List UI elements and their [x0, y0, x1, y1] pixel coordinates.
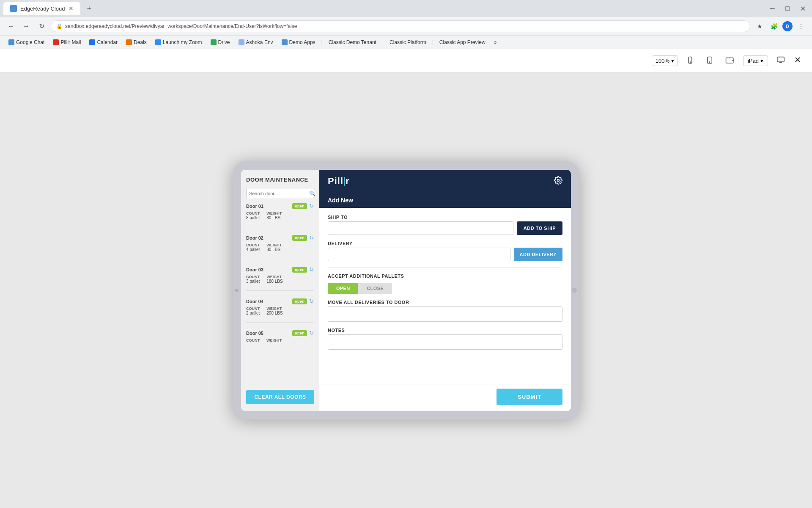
add-to-ship-button[interactable]: ADD TO SHIP — [517, 221, 562, 235]
door-03-controls: open ↻ — [292, 266, 314, 273]
bookmark-ashoka[interactable]: Ashoka Env — [235, 38, 277, 47]
door-05-item[interactable]: Door 05 open ↻ COUNT — [246, 329, 314, 342]
open-toggle-button[interactable]: OPEN — [328, 283, 358, 294]
door-01-count-label: COUNT — [246, 211, 260, 215]
bookmark-deals[interactable]: Deals — [123, 38, 150, 47]
door-03-item[interactable]: Door 03 open ↻ COUNT 3 pallet — [246, 266, 314, 284]
toolbar-actions: ★ 🧩 D ⋮ — [754, 20, 807, 32]
desktop-device-button[interactable] — [773, 54, 788, 68]
door-05-name: Door 05 — [246, 331, 263, 336]
section-divider-1 — [328, 267, 562, 268]
add-new-button[interactable]: Add New — [328, 197, 353, 204]
bookmark-classic-app-preview[interactable]: Classic App Preview — [436, 38, 489, 47]
ipad-screen: DOOR MAINTENANCE 🔍 Door 01 open ↻ — [241, 170, 571, 411]
bookmark-classic-platform[interactable]: Classic Platform — [386, 38, 430, 47]
bookmark-google-chat[interactable]: Google Chat — [5, 38, 48, 47]
logo-r: r — [346, 176, 350, 186]
user-avatar-button[interactable]: D — [782, 21, 793, 31]
bookmark-zoom[interactable]: Launch my Zoom — [152, 38, 206, 47]
door-02-refresh-button[interactable]: ↻ — [309, 234, 314, 241]
browser-titlebar: EdgeReady Cloud ✕ + ─ □ ✕ — [0, 0, 812, 17]
door-01-weight-col: WEIGHT 80 LBS — [266, 211, 282, 220]
door-05-controls: open ↻ — [292, 329, 314, 337]
more-bookmarks[interactable]: » — [491, 38, 500, 47]
clear-all-doors-button[interactable]: CLEAR ALL DOORS — [246, 390, 314, 404]
submit-button[interactable]: SUBMIT — [497, 389, 562, 405]
door-05-weight-label: WEIGHT — [266, 338, 282, 342]
bookmark-drive[interactable]: Drive — [207, 38, 233, 47]
maximize-button[interactable]: □ — [782, 3, 793, 14]
door-02-stats: COUNT 4 pallet WEIGHT 80 LBS — [246, 243, 314, 252]
close-window-button[interactable]: ✕ — [797, 3, 809, 14]
preview-toolbar: 100% ▾ iPad ▾ — [0, 49, 812, 73]
sidebar: DOOR MAINTENANCE 🔍 Door 01 open ↻ — [241, 170, 319, 411]
search-container[interactable]: 🔍 — [246, 189, 314, 198]
bookmark-pillir-mail[interactable]: Pillir Mail — [49, 38, 84, 47]
door-03-status: open — [292, 267, 307, 273]
new-tab-button[interactable]: + — [84, 3, 95, 15]
door-02-item[interactable]: Door 02 open ↻ COUNT 4 pallet — [246, 234, 314, 252]
tablet-landscape-button[interactable] — [722, 54, 738, 68]
menu-button[interactable]: ⋮ — [795, 20, 807, 32]
door-03-refresh-button[interactable]: ↻ — [309, 266, 314, 273]
notes-input[interactable] — [328, 334, 562, 350]
door-03-weight-value: 180 LBS — [266, 279, 283, 284]
address-bar[interactable]: 🔒 sandbox.edgereadycloud.net/Preview/div… — [51, 20, 750, 32]
divider3: | — [432, 39, 433, 45]
ship-to-input[interactable] — [328, 221, 513, 235]
close-toggle-button[interactable]: CLOSE — [358, 283, 392, 294]
door-04-stats: COUNT 2 pallet WEIGHT 200 LBS — [246, 306, 314, 315]
device-selector[interactable]: iPad ▾ — [743, 55, 768, 66]
notes-section: NOTES — [328, 328, 562, 350]
door-04-item[interactable]: Door 04 open ↻ COUNT 2 pallet — [246, 298, 314, 315]
accept-pallets-label: ACCEPT ADDITIONAL PALLETS — [328, 273, 562, 279]
door-04-controls: open ↻ — [292, 298, 314, 305]
google-chat-favicon — [8, 39, 14, 45]
settings-button[interactable] — [554, 176, 562, 187]
door-05-stats: COUNT WEIGHT — [246, 338, 314, 342]
door-01-refresh-button[interactable]: ↻ — [309, 202, 314, 210]
door-01-item[interactable]: Door 01 open ↻ COUNT 8 pallet — [246, 202, 314, 220]
device-dropdown-icon: ▾ — [760, 58, 763, 64]
move-deliveries-label: MOVE ALL DELIVERIES TO DOOR — [328, 300, 562, 305]
door-02-count-label: COUNT — [246, 243, 260, 247]
door-05-weight-col: WEIGHT — [266, 338, 282, 342]
door-05-count-col: COUNT — [246, 338, 260, 342]
tablet-portrait-button[interactable] — [702, 54, 717, 68]
tab-favicon — [10, 5, 17, 12]
demo-apps-favicon — [282, 39, 288, 45]
door-03-weight-col: WEIGHT 180 LBS — [266, 275, 283, 284]
bookmark-icon[interactable]: ★ — [754, 20, 765, 32]
search-input[interactable] — [249, 191, 307, 196]
door-03-divider — [246, 290, 314, 291]
tab-close-icon[interactable]: ✕ — [69, 5, 74, 12]
move-deliveries-input[interactable] — [328, 306, 562, 322]
divider2: | — [382, 39, 384, 45]
door-04-refresh-button[interactable]: ↻ — [309, 298, 314, 305]
move-deliveries-section: MOVE ALL DELIVERIES TO DOOR — [328, 300, 562, 322]
zoom-selector[interactable]: 100% ▾ — [652, 55, 678, 66]
pillir-mail-favicon — [53, 39, 59, 45]
form-content: SHIP TO ADD TO SHIP DELIVERY ADD DE — [319, 208, 571, 384]
bookmark-demo-apps[interactable]: Demo Apps — [278, 38, 319, 47]
mobile-device-button[interactable] — [683, 54, 697, 68]
add-delivery-button[interactable]: ADD DELIVERY — [514, 248, 563, 261]
bookmark-calendar[interactable]: Calendar — [86, 38, 121, 47]
minimize-button[interactable]: ─ — [766, 3, 778, 14]
accept-pallets-section: ACCEPT ADDITIONAL PALLETS OPEN CLOSE — [328, 273, 562, 294]
door-04-header: Door 04 open ↻ — [246, 298, 314, 305]
forward-button[interactable]: → — [20, 20, 32, 32]
close-preview-button[interactable] — [793, 55, 802, 66]
extension-puzzle-icon[interactable]: 🧩 — [768, 20, 780, 32]
svg-point-11 — [557, 179, 560, 181]
delivery-label: DELIVERY — [328, 241, 562, 246]
door-04-weight-value: 200 LBS — [266, 311, 283, 315]
refresh-button[interactable]: ↻ — [36, 20, 47, 32]
bookmark-classic-demo[interactable]: Classic Demo Tenant — [325, 38, 380, 47]
browser-tab[interactable]: EdgeReady Cloud ✕ — [3, 2, 80, 15]
back-button[interactable]: ← — [5, 20, 17, 32]
door-02-divider — [246, 259, 314, 259]
door-01-count-value: 8 pallet — [246, 215, 260, 220]
delivery-input[interactable] — [328, 248, 510, 261]
door-05-refresh-button[interactable]: ↻ — [309, 329, 314, 337]
